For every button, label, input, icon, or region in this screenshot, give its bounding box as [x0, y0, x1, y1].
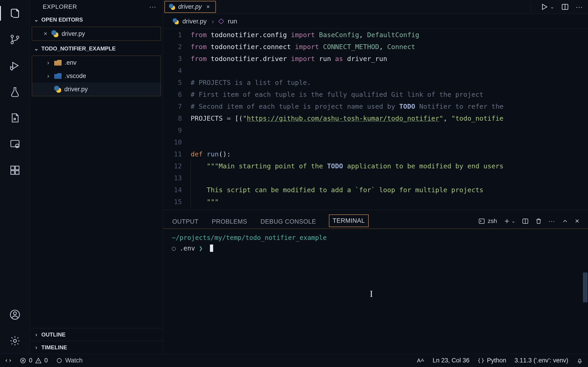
- open-editor-item[interactable]: × driver.py: [32, 27, 161, 40]
- breadcrumb-file[interactable]: driver.py: [182, 18, 207, 25]
- activity-remote[interactable]: [9, 138, 21, 150]
- terminal-panel[interactable]: ~/projects/my/temp/todo_notifier_example…: [163, 228, 588, 354]
- breadcrumbs[interactable]: driver.py › run: [163, 14, 588, 29]
- breadcrumb-separator-icon: ›: [210, 17, 216, 25]
- svg-rect-7: [11, 171, 15, 174]
- activity-testing[interactable]: [9, 85, 21, 98]
- run-file-button[interactable]: ⌄: [540, 3, 554, 11]
- timeline-header[interactable]: › TIMELINE: [30, 341, 163, 354]
- svg-point-12: [13, 340, 16, 342]
- chevron-down-icon: ⌄: [34, 17, 39, 23]
- status-notifications[interactable]: [577, 357, 583, 364]
- status-cursor-text: Ln 23, Col 36: [432, 357, 469, 364]
- code-editor[interactable]: 1from todonotifier.config import BaseCon…: [163, 29, 588, 210]
- activity-extensions[interactable]: [9, 164, 21, 177]
- status-remote[interactable]: [5, 357, 11, 364]
- activity-file-explorer[interactable]: [9, 111, 21, 124]
- close-icon[interactable]: ×: [43, 30, 48, 37]
- terminal-scrollbar[interactable]: [583, 273, 588, 302]
- explorer-sidebar: EXPLORER ··· ⌄ OPEN EDITORS × driver.py …: [30, 0, 163, 354]
- flask-icon: [9, 86, 20, 97]
- status-warnings-count: 0: [44, 357, 48, 364]
- activity-scm[interactable]: [9, 33, 21, 46]
- chevron-right-icon: ›: [34, 332, 39, 338]
- svg-rect-14: [479, 219, 484, 223]
- panel-tab-output[interactable]: OUTPUT: [172, 214, 199, 228]
- branch-icon: [9, 34, 20, 45]
- status-bar: 0 0 Watch A⁂ Ln 23, Col 36 Python 3.11.3…: [0, 354, 588, 367]
- svg-rect-8: [15, 171, 19, 174]
- status-python-interpreter[interactable]: 3.11.3 ('.env': venv): [515, 357, 568, 364]
- tab-label: driver.py: [178, 3, 202, 10]
- gear-icon: [9, 335, 20, 346]
- open-editors-label: OPEN EDITORS: [41, 17, 83, 23]
- sidebar-more-icon[interactable]: ···: [149, 3, 156, 10]
- chevron-down-icon[interactable]: ⌄: [511, 218, 515, 224]
- trash-icon: [535, 218, 542, 225]
- terminal-cwd: ~/projects/my/temp/todo_notifier_example: [172, 234, 327, 242]
- workspace-header[interactable]: ⌄ TODO_NOTIFIER_EXAMPLE: [30, 42, 163, 55]
- sidebar-header: EXPLORER ···: [30, 0, 163, 13]
- open-editors-tree: × driver.py: [32, 27, 161, 41]
- activity-account[interactable]: [9, 308, 21, 321]
- chevron-down-icon[interactable]: ⌄: [550, 4, 554, 10]
- panel-more-icon[interactable]: ···: [548, 217, 555, 225]
- editor-more-icon[interactable]: ···: [576, 3, 583, 11]
- split-icon: [522, 218, 529, 225]
- editor-tabbar: driver.py × ⌄ ···: [163, 0, 588, 14]
- remote-window-icon: [9, 139, 20, 150]
- terminal-prompt: ❯: [199, 244, 203, 252]
- timeline-label: TIMELINE: [41, 344, 67, 351]
- editor-actions: ⌄ ···: [528, 2, 588, 11]
- close-panel-button[interactable]: ×: [575, 217, 579, 225]
- warning-icon: [35, 357, 42, 364]
- status-cursor-pos[interactable]: Ln 23, Col 36: [432, 357, 469, 364]
- tree-item-label: driver.py: [64, 86, 88, 93]
- file-tree: › .env › .vscode driver.py: [32, 56, 161, 96]
- breadcrumb-symbol[interactable]: run: [228, 18, 237, 25]
- activity-debug[interactable]: [9, 59, 21, 72]
- panel-tab-debug[interactable]: DEBUG CONSOLE: [260, 214, 317, 228]
- code-url[interactable]: https://github.com/ashu-tosh-kumar/todo_…: [247, 115, 439, 122]
- remote-icon: [5, 357, 11, 364]
- open-editors-header[interactable]: ⌄ OPEN EDITORS: [30, 13, 163, 26]
- tree-file-driver[interactable]: driver.py: [32, 83, 161, 96]
- activity-settings[interactable]: [9, 334, 21, 347]
- panel-tab-terminal[interactable]: TERMINAL: [329, 215, 369, 227]
- tree-folder-vscode[interactable]: › .vscode: [32, 69, 161, 83]
- status-watch-label: Watch: [65, 357, 83, 364]
- close-icon[interactable]: ×: [205, 3, 210, 10]
- sidebar-bottom: › OUTLINE › TIMELINE: [30, 328, 163, 354]
- symbol-function-icon: [218, 18, 224, 24]
- sidebar-title: EXPLORER: [43, 3, 77, 10]
- split-terminal-button[interactable]: [522, 218, 529, 225]
- panel-tab-problems[interactable]: PROBLEMS: [211, 214, 248, 228]
- activity-explorer[interactable]: [9, 7, 21, 20]
- circle-icon: [56, 357, 62, 364]
- account-icon: [9, 309, 20, 320]
- maximize-panel-button[interactable]: [562, 218, 569, 225]
- outline-header[interactable]: › OUTLINE: [30, 328, 163, 341]
- status-problems[interactable]: 0 0: [20, 357, 48, 364]
- status-screencast[interactable]: A⁂: [417, 357, 424, 364]
- tree-item-label: .vscode: [65, 73, 86, 80]
- new-terminal-button[interactable]: ⌄: [503, 218, 515, 225]
- status-watch[interactable]: Watch: [56, 357, 83, 364]
- svg-rect-6: [11, 166, 15, 170]
- svg-point-2: [17, 36, 19, 38]
- status-language[interactable]: Python: [478, 357, 506, 364]
- svg-point-11: [13, 312, 16, 315]
- chevron-up-icon: [562, 218, 569, 225]
- shell-name: zsh: [488, 217, 497, 225]
- kill-terminal-button[interactable]: [535, 218, 542, 225]
- tree-folder-env[interactable]: › .env: [32, 56, 161, 69]
- play-bug-icon: [9, 60, 20, 71]
- editor-tab-driver[interactable]: driver.py ×: [164, 1, 216, 13]
- panel-tabbar: OUTPUT PROBLEMS DEBUG CONSOLE TERMINAL z…: [163, 210, 588, 228]
- folder-icon: [54, 60, 61, 66]
- split-editor-button[interactable]: [561, 3, 569, 11]
- terminal-icon: [478, 218, 485, 225]
- files-icon: [9, 8, 20, 19]
- terminal-shell-picker[interactable]: zsh: [478, 217, 497, 225]
- python-file-icon: [173, 18, 179, 24]
